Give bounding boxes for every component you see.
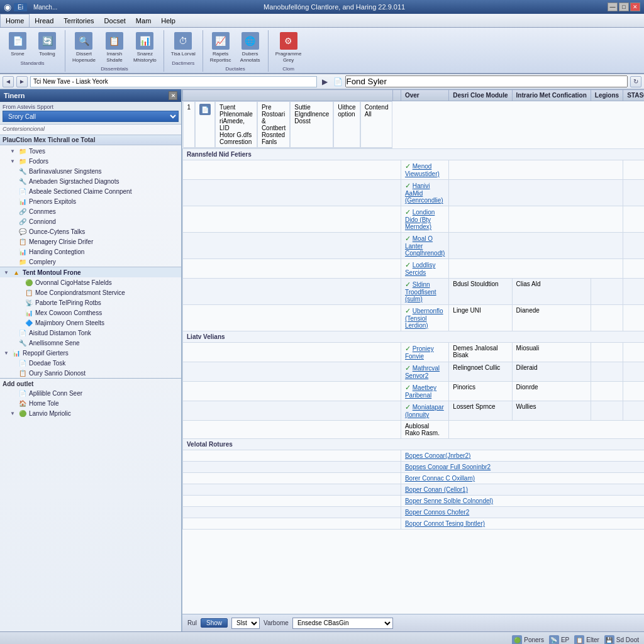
- tree-item-anellisomne[interactable]: 🔧 Anellisomne Sene: [0, 338, 181, 348]
- ribbon-group-label-dissembtals: Dissembtals: [101, 66, 128, 72]
- table-row-1: 1 📄 Tuent Phlenomale riAmede, LID Hotor …: [183, 101, 393, 148]
- minimize-button[interactable]: —: [608, 3, 618, 11]
- tree-item-mex-cowoon[interactable]: 📊 Mex Cowoon Comthess: [0, 308, 181, 318]
- bottom-dropdown[interactable]: Ensedse CBasGin: [292, 618, 393, 629]
- velotal-link-3[interactable]: Borer Connac C Oxillam): [405, 475, 475, 482]
- tree-item-menagery[interactable]: 📋 Menagery Clrisie Drifer: [0, 236, 181, 247]
- maximize-button[interactable]: □: [619, 3, 629, 11]
- cell-empty: [183, 382, 401, 401]
- panel-close-button[interactable]: ✕: [169, 91, 177, 100]
- menu-help[interactable]: Help: [156, 14, 180, 27]
- menu-mam[interactable]: Mam: [131, 14, 156, 27]
- tab-manch[interactable]: Manch...: [30, 3, 61, 11]
- ribbon-btn-dubers[interactable]: 🌐 DubersAnnotats: [236, 30, 264, 65]
- tree-item-aisitud[interactable]: 📄 Aisitud Distamon Tonk: [0, 328, 181, 338]
- item-link[interactable]: Ubernonflo (Tensiol Lerdion): [405, 308, 443, 329]
- tree-item-asbeale[interactable]: 📄 Asbeale Sectioned Claime Connpent: [0, 186, 181, 196]
- refresh-button[interactable]: ↻: [630, 76, 641, 87]
- tree-item-fodors[interactable]: ▼ 📁 Fodors: [0, 156, 181, 166]
- velotal-link-1[interactable]: Bopes Conoar(Jnrber2): [405, 452, 471, 459]
- address-location2[interactable]: [345, 75, 628, 87]
- tree-item-handing[interactable]: 📊 Handing Contegtion: [0, 247, 181, 257]
- cell-item: ✓ Ubernonflo (Tensiol Lerdion): [401, 305, 448, 331]
- tree-item-aplilible[interactable]: 📄 Aplilible Conn Seer: [0, 388, 181, 398]
- add-outlet-label: Add outlet: [0, 380, 181, 388]
- cell-link: Boper Senne Solble Colnondel): [401, 496, 644, 507]
- chart-icon: 📊: [12, 348, 21, 357]
- tree-item-tent-montoul[interactable]: ▼ ▲ Tent Montoul Frone: [0, 267, 181, 277]
- velotal-link-4[interactable]: Boper Conan (Cellor1): [405, 486, 468, 493]
- tree-label: Lanvio Mpriolic: [29, 410, 71, 417]
- tree-label: Asbeale Sectioned Claime Connpent: [29, 188, 131, 195]
- tree-item-doedae[interactable]: 📄 Doedae Tosk: [0, 358, 181, 368]
- ribbon-group-label-standardls: Standardls: [20, 60, 44, 66]
- tree-item-paborte[interactable]: 📡 Paborte TelPiring Rotbs: [0, 297, 181, 308]
- cell-empty3: [623, 160, 644, 180]
- cell-item: ✓ Mathrcval Senvor2: [401, 362, 448, 382]
- cell-item: ✓ Londion Dido (Bty Merndex): [401, 206, 448, 233]
- address-location1[interactable]: [30, 76, 317, 87]
- bottom-slst-select[interactable]: Slst: [231, 618, 260, 629]
- ribbon-btn-dissert[interactable]: 🔍 DissertHopenude: [69, 30, 99, 65]
- col-icon: [392, 90, 401, 101]
- search-dropdown[interactable]: Srory Call: [3, 111, 179, 122]
- velotal-link-2[interactable]: Bopses Conoar Full Sooninbr2: [405, 464, 491, 470]
- tree-item-moe-conp[interactable]: 📋 Moe Conpiondratsmont Stervice: [0, 287, 181, 297]
- item-link[interactable]: Moal O Lanter Conglhrenodt): [405, 235, 445, 257]
- tree-item-conniond[interactable]: 🔗 Conniond: [0, 216, 181, 226]
- tisa-label: Tisa Lorval: [171, 51, 196, 57]
- forward-button[interactable]: ►: [16, 76, 28, 87]
- ribbon-group-clom: ⚙ PragrammeGrey Clom: [272, 30, 309, 72]
- menu-territories[interactable]: Territories: [58, 14, 99, 27]
- doc-icon: 📄: [18, 187, 27, 196]
- cell-col3: Miosuali: [512, 343, 591, 362]
- row-sldinn: ✓ Sldinn Troodfisent (sulm) Bdusl Stould…: [183, 279, 645, 305]
- cell-empty5: [623, 362, 644, 382]
- row-moniatapar: ✓ Moniatapar (Ionnuity Lossert Sprnce Wu…: [183, 401, 645, 421]
- tree-item-pnenors[interactable]: 📊 Pnenors Expitols: [0, 196, 181, 206]
- tree-item-repopif[interactable]: ▼ 📊 Repopif Gierters: [0, 348, 181, 358]
- tree-item-lanvio[interactable]: ▼ 🟢 Lanvio Mpriolic: [0, 408, 181, 418]
- tree-item-barlinavalusner[interactable]: 🔧 Barlinavalusner Singstens: [0, 166, 181, 176]
- tree-item-majimbory[interactable]: 🔷 Majimbory Onern Steelts: [0, 318, 181, 328]
- tree-item-oury[interactable]: 📋 Oury Sanrio Dionost: [0, 368, 181, 378]
- bottom-show-button[interactable]: Show: [201, 618, 228, 628]
- tab-ei[interactable]: Ei: [14, 3, 27, 11]
- ribbon-btn-rapets[interactable]: 📈 RapetsReportisc: [207, 30, 235, 65]
- menu-docset[interactable]: Docset: [99, 14, 131, 27]
- ribbon-btn-tisa[interactable]: ⏱ Tisa Lorval: [168, 30, 199, 59]
- ep-icon: 📡: [549, 635, 559, 644]
- menu-home[interactable]: Home: [0, 14, 30, 27]
- ribbon-group-standardls: 📄 Srone 🔄 Tooling Standardls: [4, 30, 65, 72]
- tree-item-home-tole[interactable]: 🏠 Home Tole: [0, 398, 181, 408]
- item-link[interactable]: Moniatapar (Ionnuity: [405, 404, 444, 418]
- chart-icon: 📊: [18, 247, 27, 256]
- ribbon-btn-tooling[interactable]: 🔄 Tooling: [33, 30, 61, 59]
- col-module: Desri Cloe Module: [449, 90, 512, 101]
- ribbon-btn-programme[interactable]: ⚙ PragrammeGrey: [272, 30, 305, 65]
- tree-item-connmes[interactable]: 🔗 Connmes: [0, 206, 181, 216]
- ribbon-btn-imarsh[interactable]: 📋 ImarshShdafe: [101, 30, 128, 65]
- ribbon-btn-snarez[interactable]: 📊 SnarezMhistoryto: [130, 30, 160, 65]
- tree-label: Conniond: [29, 218, 56, 225]
- poners-icon: 🟢: [512, 635, 522, 644]
- item-link[interactable]: Menod Viewustider): [405, 163, 440, 177]
- close-button[interactable]: ✕: [630, 3, 640, 11]
- velotal-link-5[interactable]: Boper Senne Solble Colnondel): [405, 497, 493, 504]
- tree-item-toves[interactable]: ▼ 📁 Toves: [0, 146, 181, 156]
- velotal-link-6[interactable]: Boper Connos Chofer2: [405, 509, 469, 516]
- menu-hread[interactable]: Hread: [30, 14, 58, 27]
- velotal-link-7[interactable]: Bopor Connot Tesing Ibntler): [405, 520, 485, 527]
- tree-item-anebaden[interactable]: 🔧 Anebaden Sigrstached Diagnots: [0, 176, 181, 186]
- add-outlet-section: Add outlet 📄 Aplilible Conn Seer 🏠 Home …: [0, 378, 181, 419]
- back-button[interactable]: ◄: [3, 76, 14, 87]
- ribbon-btn-srone[interactable]: 📄 Srone: [4, 30, 31, 59]
- tree-item-ovonnal[interactable]: 🟢 Ovonnal CigoHatse Falelds: [0, 277, 181, 287]
- tree-item-complery[interactable]: 📁 Complery: [0, 257, 181, 267]
- tree-label: Paborte TelPiring Rotbs: [35, 299, 101, 306]
- item-link[interactable]: Hanivi AaMid (Genrcondlie): [405, 182, 443, 204]
- row-menod: ✓ Menod Viewustider): [183, 160, 645, 180]
- item-link[interactable]: Mathrcval Senvor2: [405, 365, 440, 379]
- tree-item-ounce-cytens[interactable]: 💬 Ounce-Cytens Talks: [0, 226, 181, 236]
- ribbon-group-ductales: 📈 RapetsReportisc 🌐 DubersAnnotats Ducta…: [207, 30, 269, 72]
